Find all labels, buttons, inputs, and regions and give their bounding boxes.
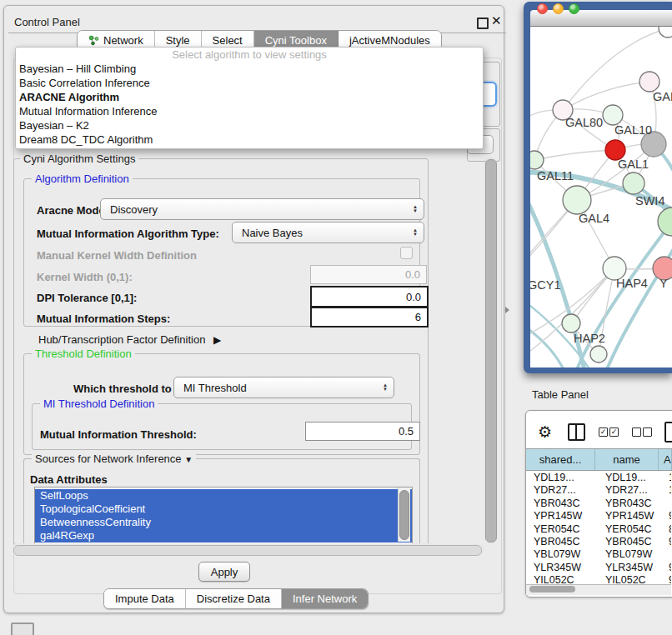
table-row[interactable]: YBR045CYBR045C9.	[526, 536, 671, 548]
kernel-width-label: Kernel Width (0,1):	[37, 271, 133, 283]
minimized-panel-icon[interactable]	[11, 622, 34, 635]
settings-hscrollbar-thumb[interactable]	[13, 545, 482, 556]
table-row[interactable]: YDL19...YDL19...13	[526, 472, 671, 484]
mi-type-combobox[interactable]: Naive Bayes ▲▼	[232, 222, 424, 243]
network-node[interactable]	[623, 172, 644, 194]
split-columns-icon[interactable]	[568, 423, 585, 441]
dpi-tolerance-value: 0.0	[406, 291, 421, 303]
settings-vscrollbar-thumb[interactable]	[485, 159, 497, 542]
attr-list-scrollbar-thumb[interactable]	[399, 490, 409, 540]
kernel-width-input[interactable]: 0.0	[310, 265, 427, 284]
network-graph[interactable]: GALGAL80GAL10GAL1GAL11GAL4SWI4GCY1HAP4YH…	[530, 27, 672, 368]
table-row[interactable]: YIL052CYIL052C9.	[526, 574, 671, 584]
table-row[interactable]: YLR345WYLR345W9.	[526, 562, 671, 574]
panel-divider-arrow-icon[interactable]	[505, 307, 509, 313]
unchecked-checkbox-icon[interactable]	[643, 428, 652, 437]
hub-definition-toggle[interactable]: Hub/Transcription Factor Definition ▶	[38, 333, 216, 346]
algorithm-popup-prompt: Select algorithm to view settings	[16, 48, 483, 62]
manual-kernel-checkbox[interactable]	[400, 247, 413, 259]
apply-button[interactable]: Apply	[198, 562, 250, 582]
table-row[interactable]: YPR145WYPR145W9.	[526, 510, 671, 522]
column-header-partial[interactable]: A	[659, 449, 672, 470]
table-row[interactable]: YBL079WYBL079W	[526, 548, 671, 561]
network-node[interactable]	[639, 72, 659, 92]
aracne-mode-combobox[interactable]: Discovery ▲▼	[100, 198, 424, 220]
network-edge[interactable]	[534, 150, 615, 160]
checked-checkbox-icon[interactable]: ✓	[599, 428, 608, 437]
mi-steps-input[interactable]: 6	[310, 307, 429, 328]
network-canvas[interactable]: GALGAL80GAL10GAL1GAL11GAL4SWI4GCY1HAP4YH…	[530, 27, 672, 368]
data-attribute-item[interactable]: BetweennessCentrality	[35, 516, 412, 529]
table-cell: YDL19...	[526, 472, 604, 484]
network-node-label: GAL11	[537, 169, 574, 182]
table-hscrollbar-thumb[interactable]	[529, 586, 575, 592]
column-header-shared-name[interactable]: shared...	[526, 449, 595, 470]
zoom-traffic-light[interactable]	[569, 3, 579, 14]
data-attribute-item[interactable]: TopologicalCoefficient	[35, 502, 412, 516]
mi-threshold-input[interactable]: 0.5	[305, 422, 420, 441]
network-node[interactable]	[658, 208, 672, 236]
network-node-label: GCY1	[530, 278, 561, 292]
algorithm-option[interactable]: Basic Correlation Inference	[16, 76, 483, 90]
algorithm-option[interactable]: Mutual Information Inference	[16, 104, 483, 118]
unchecked-checkbox-icon[interactable]	[632, 428, 641, 437]
network-edge[interactable]	[530, 317, 565, 368]
which-threshold-value: MI Threshold	[183, 382, 247, 394]
network-node-label: GAL	[653, 90, 672, 103]
tab-discretize-data[interactable]: Discretize Data	[186, 589, 282, 608]
table-cell: 9.	[667, 510, 671, 522]
network-node[interactable]	[530, 151, 544, 169]
network-node-label: GAL1	[618, 158, 649, 171]
network-node[interactable]	[603, 105, 623, 125]
network-node[interactable]	[562, 314, 580, 332]
network-node[interactable]	[590, 346, 607, 362]
column-header-name[interactable]: name	[595, 449, 659, 470]
split-columns-divider	[575, 425, 577, 439]
close-icon[interactable]: ✕	[491, 13, 502, 28]
table-header-row: shared... name A	[526, 448, 672, 471]
gear-icon[interactable]: ⚙	[538, 422, 552, 442]
algorithm-option[interactable]: Bayesian – K2	[16, 118, 483, 132]
checked-checkbox-icon[interactable]: ✓	[609, 428, 619, 437]
close-traffic-light[interactable]	[537, 3, 548, 14]
table-cell: YIL052C	[604, 574, 667, 584]
table-function-icon-partial[interactable]	[664, 422, 672, 442]
table-row[interactable]: YDR27...YDR27...12	[526, 484, 671, 497]
data-attribute-item[interactable]: gal4RGexp	[35, 529, 412, 542]
hub-definition-label: Hub/Transcription Factor Definition	[38, 333, 205, 346]
network-window-titlebar[interactable]	[530, 10, 672, 27]
table-cell: YER054C	[604, 523, 667, 536]
network-edge[interactable]	[563, 82, 649, 110]
tab-infer-network[interactable]: Infer Network	[282, 589, 368, 608]
table-cell: 9.	[667, 536, 671, 548]
tab-impute-data-label: Impute Data	[115, 592, 174, 605]
table-row[interactable]: YBR043CYBR043C	[526, 498, 671, 510]
dpi-tolerance-input[interactable]: 0.0	[310, 286, 429, 308]
tab-network-label: Network	[103, 34, 143, 47]
algorithm-option[interactable]: Dream8 DC_TDC Algorithm	[16, 132, 483, 147]
tab-impute-data[interactable]: Impute Data	[104, 589, 186, 608]
network-node[interactable]	[563, 186, 591, 214]
table-panel-title: Table Panel	[532, 388, 589, 401]
data-attributes-list[interactable]: SelfLoopsTopologicalCoefficientBetweenne…	[34, 487, 413, 544]
dpi-tolerance-label: DPI Tolerance [0,1]:	[37, 292, 137, 304]
network-node-label: GAL80	[565, 116, 603, 129]
minimize-traffic-light[interactable]	[553, 3, 564, 14]
algorithm-option[interactable]: Bayesian – Hill Climbing	[16, 62, 483, 76]
table-body[interactable]: YDL19...YDL19...13YDR27...YDR27...12YBR0…	[526, 469, 671, 584]
sources-title[interactable]: Sources for Network Inference ▼	[32, 453, 196, 465]
network-node-label: GAL4	[579, 212, 609, 225]
aracne-mode-value: Discovery	[110, 203, 158, 216]
network-node-label: HAP2	[574, 332, 605, 345]
table-row[interactable]: YER054CYER054C8.	[526, 523, 671, 536]
network-node-label: GAL10	[614, 123, 652, 137]
float-window-icon[interactable]	[477, 18, 489, 29]
table-cell	[667, 548, 671, 561]
algorithm-option[interactable]: ARACNE Algorithm	[16, 90, 483, 104]
network-node-label: HAP4	[616, 277, 648, 290]
table-cell: YIL052C	[526, 574, 604, 584]
data-attribute-item[interactable]: SelfLoops	[35, 489, 412, 502]
network-node[interactable]	[659, 27, 672, 38]
table-cell: YPR145W	[604, 510, 667, 522]
which-threshold-combobox[interactable]: MI Threshold ▲▼	[173, 377, 394, 398]
